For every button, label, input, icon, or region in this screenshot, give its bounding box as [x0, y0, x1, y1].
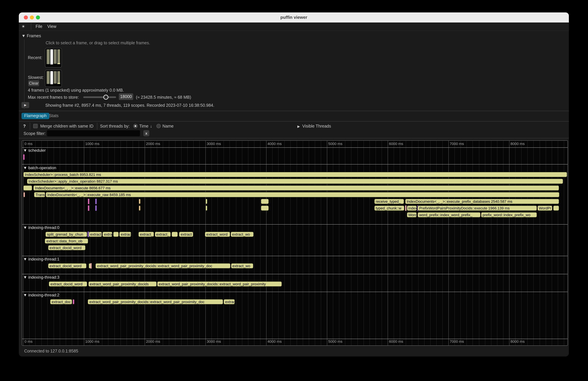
separator	[19, 121, 569, 122]
frame-bar[interactable]	[54, 49, 57, 64]
scope-bar[interactable]: typed_chunk::w	[374, 205, 404, 211]
frames-section-header[interactable]: ▼ Frames	[21, 33, 41, 39]
thread-header[interactable]: ▼ indexing-thread:1	[23, 257, 59, 261]
scope-bar[interactable]: extract_docid_word	[48, 263, 86, 269]
scope-bar[interactable]	[23, 185, 32, 191]
tab-flamegraph[interactable]: Flamegraph	[21, 113, 49, 119]
sort-direction-arrow-icon[interactable]: ↓	[150, 124, 152, 129]
scope-bar[interactable]	[23, 192, 25, 197]
scope-bar[interactable]: Word	[407, 212, 417, 217]
slider-knob[interactable]	[103, 95, 108, 100]
scope-bar[interactable]: extract_word_pair_proximity_docids	[88, 281, 157, 287]
scope-bar[interactable]: extract	[89, 232, 102, 237]
sort-name-radio[interactable]	[156, 124, 161, 128]
ruler-label: 3000 ms	[207, 339, 221, 343]
frame-bar[interactable]	[50, 49, 53, 64]
clear-button[interactable]: Clear	[28, 80, 39, 86]
clear-filter-button[interactable]: x	[143, 130, 149, 136]
grid-line	[363, 141, 364, 345]
scope-bar[interactable]: extract_word_pair_proximity_docids::extr…	[88, 299, 223, 304]
visible-threads-header[interactable]: ▶ Visible Threads	[297, 124, 331, 129]
thread-header[interactable]: ▼ indexing-thread:2	[23, 293, 59, 297]
section-separator	[22, 256, 567, 256]
sort-time-radio[interactable]	[133, 124, 138, 128]
scope-bar[interactable]	[72, 299, 74, 304]
frame-bar[interactable]	[57, 71, 60, 84]
scope-bar[interactable]: extract_doc	[50, 299, 72, 304]
thread-header[interactable]: ▼ indexing-thread:3	[23, 275, 59, 280]
frame-bar[interactable]	[57, 49, 60, 64]
slowest-frames-thumbnail[interactable]	[45, 70, 62, 87]
scope-bar[interactable]: extract_	[138, 232, 154, 237]
grid-line	[400, 141, 400, 345]
scope-bar[interactable]	[205, 205, 208, 211]
frame-bar[interactable]	[50, 71, 53, 84]
ruler-label: 8000 ms	[510, 142, 525, 146]
scope-bar[interactable]: extract	[179, 232, 193, 237]
tab-stats[interactable]: Stats	[46, 113, 61, 119]
recent-label: Recent:	[28, 55, 42, 61]
scope-bar[interactable]: receive_typed_	[374, 199, 404, 204]
scope-bar[interactable]: extrac	[224, 299, 235, 304]
frame-bar[interactable]	[47, 49, 49, 64]
scope-bar[interactable]	[261, 199, 269, 204]
ruler-label: 2000 ms	[146, 142, 160, 146]
scope-bar[interactable]: extract_word	[205, 232, 230, 237]
scope-bar[interactable]: WordPr	[537, 205, 552, 211]
scope-bar[interactable]: extrac	[119, 232, 131, 237]
scope-bar[interactable]	[553, 205, 559, 211]
scope-bar[interactable]: PrefixWordPairsProximityDocids::execute …	[418, 205, 537, 211]
scope-bar[interactable]: extra	[102, 232, 113, 237]
scope-bar[interactable]: IndexDocuments<_, _>::execute_prefix_dat…	[405, 199, 559, 204]
scope-bar[interactable]: extract_wo	[231, 232, 253, 237]
scope-bar[interactable]: prefix_word::index_prefix_wo	[481, 212, 537, 217]
scope-bar[interactable]	[88, 205, 89, 211]
scope-bar[interactable]: index	[407, 205, 417, 211]
thread-header[interactable]: ▼ batch-operation	[23, 166, 56, 170]
recent-frames-thumbnail[interactable]	[45, 48, 62, 67]
max-frames-value[interactable]: 18000	[119, 93, 133, 100]
thread-header[interactable]: ▼ indexing-thread:0	[23, 225, 59, 230]
help-button[interactable]: ?	[23, 124, 26, 129]
merge-children-checkbox[interactable]	[33, 124, 38, 128]
scope-bar[interactable]: IndexScheduler>::process_batch 8953.821 …	[23, 172, 567, 177]
scope-bar[interactable]	[23, 154, 24, 160]
scope-bar[interactable]: IndexDocuments<_, _>::execute 8656.677 m…	[33, 185, 559, 191]
page: puffin viewer ☀ File View ▼ Frames Click…	[0, 0, 588, 381]
scope-bar[interactable]	[113, 232, 119, 237]
frame-bar[interactable]	[54, 71, 57, 84]
scope-bar[interactable]	[261, 205, 269, 211]
thread-header[interactable]: ▼ scheduler	[23, 148, 46, 153]
scope-bar[interactable]: Trans	[34, 192, 45, 197]
scope-bar[interactable]: extract_docid_word	[48, 245, 86, 251]
scope-bar[interactable]	[405, 205, 406, 211]
scope-bar[interactable]	[95, 205, 97, 211]
scope-bar[interactable]: extract_word_pair_proximity_docids::extr…	[157, 281, 282, 287]
scope-bar[interactable]: word_prefix::index_word_prefix_	[418, 212, 481, 217]
scope-bar[interactable]	[95, 199, 97, 204]
scope-bar[interactable]	[88, 199, 89, 204]
frame-bar[interactable]	[47, 71, 49, 84]
menu-file[interactable]: File	[36, 22, 42, 31]
scope-bar[interactable]: split_grenad_by_chun	[45, 232, 87, 237]
separator	[19, 138, 569, 138]
menu-view[interactable]: View	[47, 22, 56, 31]
grid-line	[564, 141, 564, 345]
scope-bar[interactable]: extract::data_from_ob	[45, 238, 88, 244]
flamegraph-canvas[interactable]: 0 ms0 ms1000 ms1000 ms2000 ms2000 ms3000…	[22, 140, 568, 346]
play-button[interactable]: ▶	[21, 102, 29, 108]
scope-bar[interactable]: extract_docid_word	[49, 281, 87, 287]
scope-bar[interactable]	[90, 263, 92, 269]
scope-bar[interactable]: extract_word_pair_proximity_docids::extr…	[95, 263, 231, 269]
scope-bar[interactable]	[171, 232, 178, 237]
scope-bar[interactable]	[138, 199, 141, 204]
scope-bar[interactable]: extract_	[155, 232, 171, 237]
scope-filter-input[interactable]	[47, 130, 140, 136]
scope-bar[interactable]	[138, 205, 141, 211]
max-frames-slider[interactable]	[83, 96, 116, 98]
scope-bar[interactable]	[205, 199, 208, 204]
scope-bar[interactable]: IndexDocuments<_, _>::execute_raw 8459.1…	[46, 192, 560, 197]
theme-sun-icon[interactable]: ☀	[21, 22, 25, 31]
scope-bar[interactable]: extract_wo	[231, 263, 253, 269]
scope-bar[interactable]: IndexScheduler>::apply_index_operation 8…	[27, 179, 563, 184]
